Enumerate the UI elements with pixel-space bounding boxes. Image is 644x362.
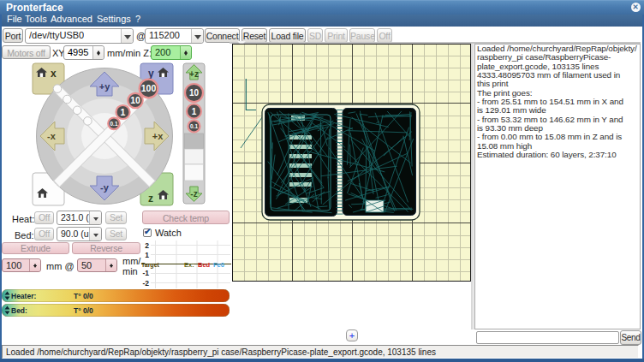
svg-text:0.1: 0.1	[110, 121, 117, 127]
svg-text:2: 2	[145, 241, 149, 250]
svg-text:y: y	[148, 68, 154, 80]
svg-text:0.1: 0.1	[190, 123, 198, 129]
svg-text:T° 0/0: T° 0/0	[74, 306, 93, 315]
svg-text:Bed:: Bed:	[11, 306, 27, 315]
svg-text:1: 1	[192, 107, 197, 116]
svg-text:-x: -x	[47, 131, 57, 141]
svg-text:Ex:: Ex:	[184, 261, 194, 269]
svg-text:1: 1	[121, 107, 126, 117]
svg-text:1: 1	[145, 251, 149, 259]
svg-text:+y: +y	[99, 81, 110, 92]
svg-text:10: 10	[189, 88, 200, 98]
svg-text:10: 10	[130, 95, 140, 105]
svg-text:Target: Target	[141, 262, 160, 269]
svg-text:+z: +z	[189, 69, 199, 79]
svg-text:T° 0/0: T° 0/0	[74, 292, 93, 300]
svg-text:-1: -1	[142, 269, 149, 277]
svg-text:-z: -z	[190, 189, 197, 199]
svg-text:x: x	[51, 68, 57, 80]
svg-text:+x: +x	[152, 131, 164, 141]
svg-text:Bed: Bed	[198, 261, 211, 269]
svg-text:z: z	[148, 193, 153, 205]
svg-text:Heater:: Heater:	[11, 292, 36, 300]
svg-text:100: 100	[141, 83, 157, 93]
svg-text:-2: -2	[142, 279, 149, 288]
svg-text:-y: -y	[100, 182, 110, 193]
svg-text:Fe0: Fe0	[213, 261, 224, 269]
